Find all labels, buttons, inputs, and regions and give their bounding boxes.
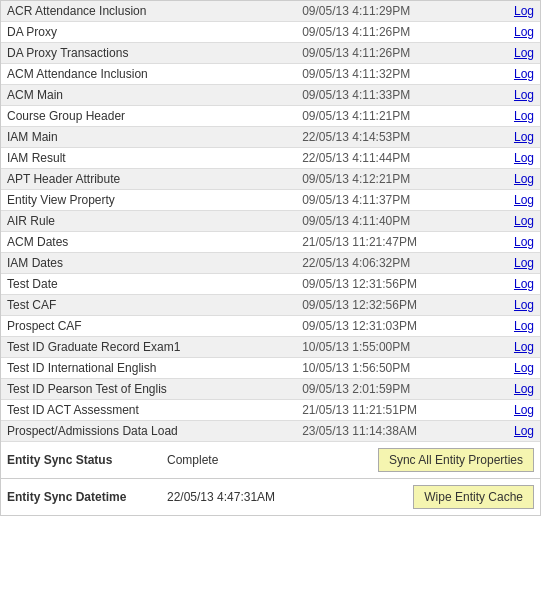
- entity-name: IAM Dates: [1, 253, 296, 274]
- sync-datetime-value: 22/05/13 4:47:31AM: [167, 490, 334, 504]
- log-link[interactable]: Log: [514, 25, 534, 39]
- entity-date: 09/05/13 12:31:03PM: [296, 316, 489, 337]
- table-row: Test ID Pearson Test of Englis09/05/13 2…: [1, 379, 540, 400]
- log-link[interactable]: Log: [514, 361, 534, 375]
- table-row: IAM Result22/05/13 4:11:44PMLog: [1, 148, 540, 169]
- table-row: Test ID ACT Assessment21/05/13 11:21:51P…: [1, 400, 540, 421]
- entity-name: ACM Dates: [1, 232, 296, 253]
- entity-name: Test ID ACT Assessment: [1, 400, 296, 421]
- table-row: Test Date09/05/13 12:31:56PMLog: [1, 274, 540, 295]
- table-row: ACM Dates21/05/13 11:21:47PMLog: [1, 232, 540, 253]
- entity-date: 23/05/13 11:14:38AM: [296, 421, 489, 442]
- table-row: ACM Attendance Inclusion09/05/13 4:11:32…: [1, 64, 540, 85]
- entity-name: Prospect CAF: [1, 316, 296, 337]
- table-row: IAM Main22/05/13 4:14:53PMLog: [1, 127, 540, 148]
- log-link[interactable]: Log: [514, 46, 534, 60]
- entity-date: 09/05/13 4:11:33PM: [296, 85, 489, 106]
- log-link[interactable]: Log: [514, 130, 534, 144]
- table-row: ACM Main09/05/13 4:11:33PMLog: [1, 85, 540, 106]
- table-row: Test ID Graduate Record Exam110/05/13 1:…: [1, 337, 540, 358]
- log-link[interactable]: Log: [514, 298, 534, 312]
- entity-date: 09/05/13 4:11:29PM: [296, 1, 489, 22]
- table-row: ACR Attendance Inclusion09/05/13 4:11:29…: [1, 1, 540, 22]
- entity-name: Test ID International English: [1, 358, 296, 379]
- sync-status-label: Entity Sync Status: [7, 453, 157, 467]
- log-link[interactable]: Log: [514, 256, 534, 270]
- table-row: DA Proxy09/05/13 4:11:26PMLog: [1, 22, 540, 43]
- log-link[interactable]: Log: [514, 403, 534, 417]
- log-link[interactable]: Log: [514, 319, 534, 333]
- table-row: Prospect CAF09/05/13 12:31:03PMLog: [1, 316, 540, 337]
- entity-name: Test ID Pearson Test of Englis: [1, 379, 296, 400]
- table-row: IAM Dates22/05/13 4:06:32PMLog: [1, 253, 540, 274]
- log-link[interactable]: Log: [514, 88, 534, 102]
- entity-date: 09/05/13 2:01:59PM: [296, 379, 489, 400]
- entity-date: 09/05/13 12:32:56PM: [296, 295, 489, 316]
- entity-date: 10/05/13 1:56:50PM: [296, 358, 489, 379]
- entity-name: ACR Attendance Inclusion: [1, 1, 296, 22]
- entity-name: Prospect/Admissions Data Load: [1, 421, 296, 442]
- entity-date: 09/05/13 4:11:37PM: [296, 190, 489, 211]
- wipe-entity-cache-button[interactable]: Wipe Entity Cache: [413, 485, 534, 509]
- entity-table: ACR Attendance Inclusion09/05/13 4:11:29…: [1, 1, 540, 442]
- table-row: APT Header Attribute09/05/13 4:12:21PMLo…: [1, 169, 540, 190]
- log-link[interactable]: Log: [514, 67, 534, 81]
- log-link[interactable]: Log: [514, 424, 534, 438]
- table-row: Test ID International English10/05/13 1:…: [1, 358, 540, 379]
- entity-date: 09/05/13 4:11:26PM: [296, 43, 489, 64]
- log-link[interactable]: Log: [514, 109, 534, 123]
- entity-date: 22/05/13 4:06:32PM: [296, 253, 489, 274]
- entity-date: 09/05/13 4:11:32PM: [296, 64, 489, 85]
- sync-status-value: Complete: [167, 453, 334, 467]
- log-link[interactable]: Log: [514, 340, 534, 354]
- entity-name: APT Header Attribute: [1, 169, 296, 190]
- sync-datetime-label: Entity Sync Datetime: [7, 490, 157, 504]
- entity-name: DA Proxy Transactions: [1, 43, 296, 64]
- log-link[interactable]: Log: [514, 193, 534, 207]
- log-link[interactable]: Log: [514, 382, 534, 396]
- table-row: Course Group Header09/05/13 4:11:21PMLog: [1, 106, 540, 127]
- table-row: Prospect/Admissions Data Load23/05/13 11…: [1, 421, 540, 442]
- log-link[interactable]: Log: [514, 151, 534, 165]
- entity-name: DA Proxy: [1, 22, 296, 43]
- sync-all-button[interactable]: Sync All Entity Properties: [378, 448, 534, 472]
- entity-name: Entity View Property: [1, 190, 296, 211]
- entity-name: ACM Main: [1, 85, 296, 106]
- entity-date: 21/05/13 11:21:47PM: [296, 232, 489, 253]
- log-link[interactable]: Log: [514, 214, 534, 228]
- entity-date: 09/05/13 4:12:21PM: [296, 169, 489, 190]
- entity-date: 09/05/13 4:11:21PM: [296, 106, 489, 127]
- entity-date: 10/05/13 1:55:00PM: [296, 337, 489, 358]
- table-row: DA Proxy Transactions09/05/13 4:11:26PML…: [1, 43, 540, 64]
- entity-date: 09/05/13 4:11:26PM: [296, 22, 489, 43]
- entity-date: 22/05/13 4:11:44PM: [296, 148, 489, 169]
- entity-name: ACM Attendance Inclusion: [1, 64, 296, 85]
- log-link[interactable]: Log: [514, 172, 534, 186]
- entity-name: IAM Main: [1, 127, 296, 148]
- entity-date: 09/05/13 12:31:56PM: [296, 274, 489, 295]
- table-row: Test CAF09/05/13 12:32:56PMLog: [1, 295, 540, 316]
- entity-date: 21/05/13 11:21:51PM: [296, 400, 489, 421]
- log-link[interactable]: Log: [514, 4, 534, 18]
- entity-name: Test ID Graduate Record Exam1: [1, 337, 296, 358]
- log-link[interactable]: Log: [514, 235, 534, 249]
- log-link[interactable]: Log: [514, 277, 534, 291]
- table-row: Entity View Property09/05/13 4:11:37PMLo…: [1, 190, 540, 211]
- entity-name: Test CAF: [1, 295, 296, 316]
- entity-date: 09/05/13 4:11:40PM: [296, 211, 489, 232]
- entity-name: Course Group Header: [1, 106, 296, 127]
- entity-name: AIR Rule: [1, 211, 296, 232]
- entity-name: Test Date: [1, 274, 296, 295]
- table-row: AIR Rule09/05/13 4:11:40PMLog: [1, 211, 540, 232]
- entity-name: IAM Result: [1, 148, 296, 169]
- entity-date: 22/05/13 4:14:53PM: [296, 127, 489, 148]
